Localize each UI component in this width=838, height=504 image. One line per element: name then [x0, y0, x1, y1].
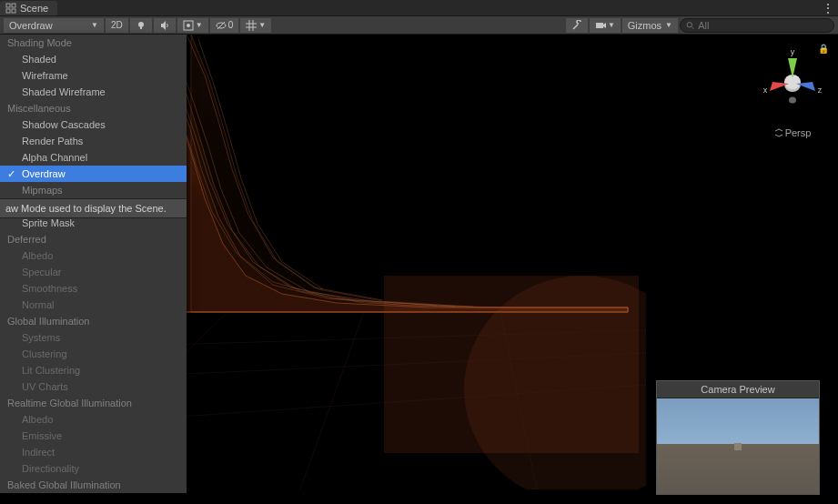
hidden-count: 0 [228, 20, 234, 30]
menu-item-specular: Specular [0, 264, 187, 280]
axis-gizmo-icon: y x z [756, 44, 829, 116]
menu-item-systems: Systems [0, 329, 187, 346]
svg-rect-3 [12, 9, 15, 13]
lighting-toggle[interactable] [130, 18, 152, 33]
camera-preview[interactable]: Camera Preview [656, 380, 820, 495]
svg-point-11 [687, 22, 692, 26]
draw-mode-menu: Shading Mode Shaded Wireframe Shaded Wir… [0, 35, 187, 493]
menu-item-rgi-directionality: Directionality [0, 460, 187, 477]
menu-item-alpha-channel[interactable]: Alpha Channel [0, 149, 187, 166]
section-header: Global Illumination [0, 313, 187, 329]
chevron-down-icon: ▼ [196, 21, 203, 29]
gizmos-dropdown[interactable]: Gizmos ▼ [622, 18, 678, 33]
search-icon [686, 21, 694, 30]
menu-item-lit-clustering: Lit Clustering [0, 362, 187, 378]
lightbulb-icon [136, 20, 146, 31]
tab-label: Scene [20, 3, 48, 14]
preview-object [734, 443, 742, 450]
menu-item-rgi-indirect: Indirect [0, 444, 187, 460]
chevron-down-icon: ▼ [91, 21, 98, 29]
tools-icon [571, 20, 582, 31]
section-header: Realtime Global Illumination [0, 395, 187, 411]
menu-item-clustering: Clustering [0, 346, 187, 362]
section-header: Deferred [0, 231, 187, 247]
menu-item-wireframe[interactable]: Wireframe [0, 67, 187, 84]
svg-rect-10 [596, 23, 603, 28]
chevron-down-icon: ▼ [258, 21, 266, 29]
svg-text:x: x [763, 86, 768, 95]
menu-item-rgi-albedo: Albedo [0, 411, 187, 428]
menu-item-mipmaps[interactable]: Mipmaps [0, 182, 187, 198]
menu-item-shadow-cascades[interactable]: Shadow Cascades [0, 116, 187, 133]
chevron-down-icon: ▼ [608, 21, 615, 29]
2d-toggle[interactable]: 2D [106, 18, 128, 33]
svg-rect-1 [12, 4, 15, 7]
camera-dropdown[interactable]: ▼ [590, 18, 621, 33]
svg-point-4 [138, 22, 144, 27]
grid-icon [246, 20, 257, 31]
toolbar: Overdraw ▼ 2D ▼ 0 ▼ ▼ Gi [0, 16, 838, 35]
menu-item-normal: Normal [0, 297, 187, 313]
chevron-down-icon: ▼ [665, 21, 672, 29]
menu-item-rgi-emissive: Emissive [0, 428, 187, 444]
section-header: Baked Global Illumination [0, 477, 187, 493]
tab-bar: Scene ⋮ [0, 0, 838, 16]
eye-off-icon [216, 20, 227, 31]
svg-line-19 [300, 312, 364, 489]
gizmos-label: Gizmos [628, 20, 661, 31]
fx-icon [183, 20, 194, 31]
menu-item-smoothness: Smoothness [0, 280, 187, 297]
section-header: Shading Mode [0, 35, 187, 51]
more-icon[interactable]: ⋮ [822, 1, 834, 15]
hidden-objects-toggle[interactable]: 0 [210, 18, 239, 33]
svg-rect-2 [6, 9, 10, 13]
svg-rect-5 [140, 27, 142, 29]
menu-item-shaded-wireframe[interactable]: Shaded Wireframe [0, 84, 187, 100]
grid-dropdown[interactable]: ▼ [240, 18, 271, 33]
camera-preview-content [657, 398, 819, 494]
tab-scene[interactable]: Scene [0, 1, 57, 15]
persp-icon [774, 128, 783, 137]
fx-dropdown[interactable]: ▼ [177, 18, 208, 33]
lock-icon[interactable]: 🔒 [818, 44, 829, 54]
camera-preview-title: Camera Preview [657, 381, 819, 398]
svg-point-23 [789, 97, 796, 104]
draw-mode-dropdown[interactable]: Overdraw ▼ [4, 18, 104, 33]
svg-rect-0 [6, 4, 10, 7]
menu-item-albedo: Albedo [0, 247, 187, 264]
audio-toggle[interactable] [154, 18, 176, 33]
audio-icon [159, 20, 170, 31]
menu-item-sprite-mask[interactable]: Sprite Mask [0, 215, 187, 231]
projection-label: Persp [785, 127, 812, 138]
search-box[interactable] [680, 18, 834, 33]
svg-point-7 [187, 24, 190, 27]
menu-item-shaded[interactable]: Shaded [0, 51, 187, 67]
section-header: Miscellaneous [0, 100, 187, 116]
menu-item-overdraw[interactable]: Overdraw [0, 166, 187, 182]
svg-line-12 [692, 26, 693, 28]
search-input[interactable] [698, 20, 828, 31]
svg-text:y: y [791, 47, 795, 56]
menu-item-uv-charts: UV Charts [0, 378, 187, 395]
scene-icon [5, 3, 16, 14]
svg-text:z: z [818, 86, 823, 95]
tools-button[interactable] [566, 18, 588, 33]
menu-item-render-paths[interactable]: Render Paths [0, 133, 187, 149]
orientation-gizmo[interactable]: 🔒 y x z Persp [756, 44, 829, 138]
projection-toggle[interactable]: Persp [756, 127, 829, 138]
camera-icon [595, 20, 606, 31]
draw-mode-label: Overdraw [9, 20, 53, 31]
